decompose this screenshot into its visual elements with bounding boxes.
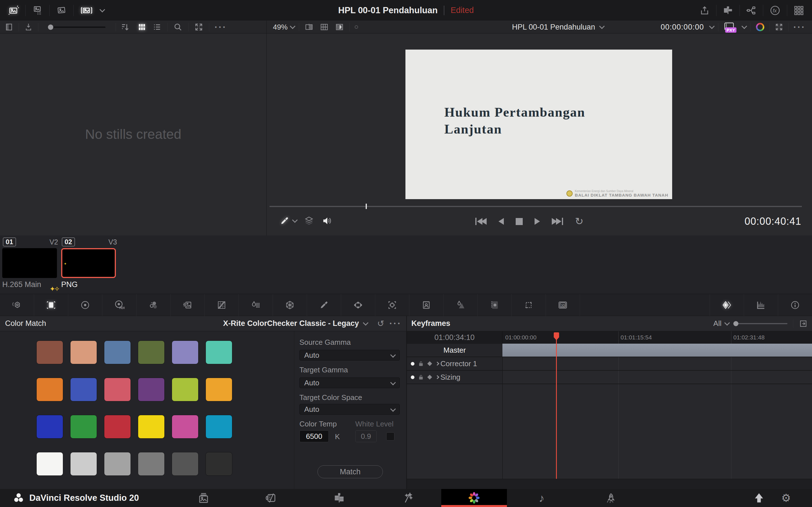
track-expand-chevron-icon[interactable] [435,375,439,379]
play-reverse-button[interactable] [499,218,504,225]
viewer-expand-icon[interactable] [775,23,783,31]
timecode-dropdown-icon[interactable] [709,23,715,29]
keyframes-track-master[interactable]: Master [407,344,812,357]
highlight-wipe-icon[interactable] [335,22,344,32]
gallery-expand-icon[interactable] [194,22,203,32]
viewer-scrub-bar[interactable] [269,206,802,207]
last-frame-button[interactable] [552,218,563,225]
grid-view-icon[interactable] [137,22,146,32]
edit-page-tab[interactable] [322,489,356,507]
keyframes-ruler[interactable]: 01:00:00:00 01:01:15:54 01:02:31:48 [502,331,812,344]
lock-icon[interactable] [418,374,424,380]
clip-dropdown-icon[interactable] [599,23,605,29]
white-level-input[interactable]: 0.9 [355,431,377,442]
clip-thumbnail[interactable]: ✦ [61,248,116,278]
power-windows-icon[interactable] [353,300,363,310]
viewer-timecode-top[interactable]: 00:00:00:00 [661,23,704,32]
keyframes-panel-icon[interactable] [722,300,732,310]
panel-expand-icon[interactable] [799,320,808,328]
keyframe-diamond-icon[interactable] [427,375,432,380]
node-graph-icon[interactable] [746,5,757,16]
stereo-3d-icon[interactable]: 3D [557,300,568,311]
color-match-controls: Source Gamma Auto Target Gamma Auto Targ… [299,316,400,489]
proxy-dropdown-icon[interactable] [742,23,747,29]
master-track-bar[interactable] [502,344,812,356]
scopes-icon[interactable] [756,300,766,310]
zoom-dropdown-icon[interactable] [290,23,296,29]
keyframes-zoom-slider[interactable] [734,323,788,324]
timeline-clips-icon[interactable] [723,5,733,16]
target-gamma-select[interactable]: Auto [299,378,400,388]
clip-thumbnail[interactable] [2,248,57,278]
first-frame-button[interactable] [475,218,487,225]
mesh-warper-icon[interactable] [285,300,295,310]
lightbox-grid-icon[interactable] [794,5,804,16]
blur-icon[interactable] [455,300,465,310]
white-level-checkbox[interactable] [386,432,395,441]
fusion-page-tab[interactable] [391,489,424,507]
audio-mute-icon[interactable] [322,216,333,226]
search-icon[interactable] [173,22,183,32]
layers-icon[interactable] [304,216,314,226]
picker-dropdown-icon[interactable] [292,217,298,223]
color-temp-input[interactable]: 6500 [299,431,329,442]
keyframes-filter-select[interactable]: All [713,319,728,328]
fx-icon[interactable]: fx [769,5,781,16]
fairlight-page-tab[interactable] [525,489,559,507]
play-forward-button[interactable] [535,218,540,225]
keyframe-diamond-icon[interactable] [427,361,432,366]
keyframes-track-corrector1[interactable]: Corrector 1 [407,357,812,371]
info-icon[interactable] [790,300,800,310]
export-share-icon[interactable] [699,5,710,16]
track-expand-chevron-icon[interactable] [435,362,439,365]
key-icon[interactable] [490,300,500,310]
split-screen-icon[interactable] [304,22,314,32]
color-warper-icon[interactable] [251,300,261,310]
track-enable-dot[interactable] [411,362,414,365]
track-enable-dot[interactable] [411,376,414,379]
project-settings-tab[interactable] [775,489,797,507]
color-wheels-icon[interactable] [80,300,90,310]
source-gamma-select[interactable]: Auto [299,350,400,360]
match-button[interactable]: Match [317,465,383,478]
sizing-icon[interactable] [523,300,534,310]
keyframes-playhead[interactable] [556,332,557,479]
loop-playback-button[interactable] [575,216,583,227]
clip-item-01[interactable]: 01 V2 H.265 Main ... [2,237,59,298]
target-color-space-select[interactable]: Auto [299,404,400,414]
camera-raw-icon[interactable] [12,300,22,310]
viewer-options-menu-icon[interactable] [794,24,804,31]
ai-enhance-icon[interactable]: ✦ [756,23,764,31]
list-view-icon[interactable] [153,22,161,32]
magic-mask-icon[interactable] [421,300,432,310]
hdr-wheels-icon[interactable]: HDR [114,300,124,311]
gallery-options-menu-icon[interactable] [215,24,225,31]
rgb-mixer-icon[interactable] [148,300,158,310]
clip-item-02-selected[interactable]: 02 V3 ✦ PNG [61,237,117,289]
tracker-icon[interactable] [387,300,397,310]
gallery-sidebar-toggle-icon[interactable] [4,22,13,32]
viewer-playhead[interactable] [366,204,367,209]
viewer-clip-name[interactable]: HPL 00-01 Pendahuluan [512,23,595,32]
stop-button[interactable] [516,218,523,225]
multi-view-grid-icon[interactable] [319,22,329,32]
sort-order-icon[interactable] [120,22,130,32]
motion-effects-icon[interactable] [183,300,193,310]
color-picker-icon[interactable] [280,216,289,226]
keyframes-track-sizing[interactable]: Sizing [407,371,812,384]
media-page-tab[interactable] [187,489,220,507]
viewer-zoom-level[interactable]: 49% [273,23,288,32]
color-swatch [104,341,131,364]
export-still-icon[interactable] [24,22,33,32]
stills-gallery-panel: No stills created [0,34,267,235]
deliver-page-tab[interactable] [593,489,627,507]
proxy-icon[interactable]: PXY [723,22,737,32]
lock-icon[interactable] [418,360,424,367]
color-match-icon[interactable] [46,300,56,310]
thumbnail-size-slider[interactable] [49,26,105,28]
project-manager-tab[interactable] [748,489,770,507]
color-page-tab-active[interactable] [441,489,507,507]
curves-icon[interactable] [216,300,227,310]
cut-page-tab[interactable] [254,489,288,507]
qualifier-icon[interactable] [319,300,329,310]
